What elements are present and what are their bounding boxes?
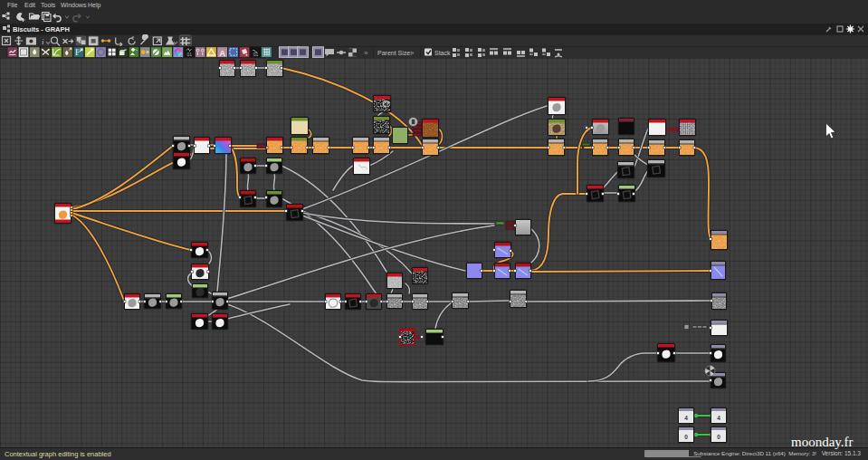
svg-text:0: 0	[684, 434, 688, 440]
svg-text:4: 4	[684, 415, 688, 421]
svg-text:0: 0	[717, 434, 720, 440]
svg-text:4: 4	[717, 415, 720, 421]
